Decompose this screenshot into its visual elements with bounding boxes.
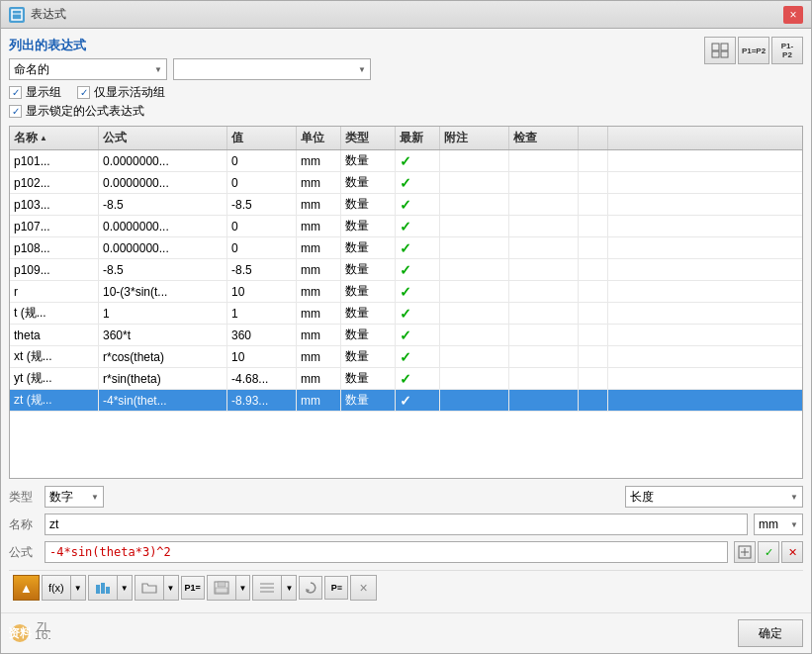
cell-formula: r*cos(theta)	[99, 346, 227, 367]
col-value: 值	[227, 127, 297, 149]
delete-btn[interactable]: ×	[350, 575, 376, 601]
cell-extra	[579, 259, 608, 280]
table-row[interactable]: yt (规... r*sin(theta) -4.68... mm 数量 ✓	[10, 368, 802, 390]
p1minus-btn[interactable]: P1-P2	[771, 37, 803, 64]
filter-dropdown[interactable]: ▼	[173, 58, 371, 80]
formula-edit-btn[interactable]	[734, 541, 756, 563]
cell-unit: mm	[297, 172, 341, 193]
cell-extra	[579, 346, 608, 367]
cell-latest: ✓	[396, 390, 440, 411]
formula-cancel-btn[interactable]: ✕	[781, 541, 803, 563]
section-title: 列出的表达式	[9, 37, 696, 54]
cell-note	[440, 281, 509, 302]
formula-input[interactable]	[45, 541, 728, 563]
folder-btn-arrow[interactable]: ▼	[164, 575, 179, 601]
type-dropdown[interactable]: 数字 ▼	[45, 486, 104, 508]
triangle-btn[interactable]: ▲	[13, 575, 40, 601]
cell-latest: ✓	[396, 150, 440, 171]
cell-unit: mm	[297, 303, 341, 324]
cell-note	[440, 390, 509, 411]
col-latest: 最新	[396, 127, 440, 149]
col-formula: 公式	[99, 127, 227, 149]
p-link-btn[interactable]: P≡	[324, 576, 348, 600]
table-row[interactable]: xt (规... r*cos(theta) 10 mm 数量 ✓	[10, 346, 802, 368]
filter-dropdown-arrow: ▼	[358, 65, 366, 74]
expression-table: 名称 ▲ 公式 值 单位 类型 最新 附注 检查 p101... 0.00000…	[9, 126, 803, 479]
col-unit: 单位	[297, 127, 341, 149]
p1e-btn[interactable]: P1=	[181, 576, 205, 600]
show-locked-checkbox[interactable]: ✓ 显示锁定的公式表达式	[9, 103, 144, 120]
cell-value: 0	[227, 237, 297, 258]
ok-button[interactable]: 确定	[738, 619, 803, 647]
bottom-fields: 类型 数字 ▼ 长度 ▼ 名称 mm ▼ 公式	[9, 485, 803, 564]
show-active-checkbox[interactable]: ✓ 仅显示活动组	[77, 84, 165, 101]
col-check: 检查	[509, 127, 579, 149]
table-row[interactable]: r 10-(3*sin(t... 10 mm 数量 ✓	[10, 281, 802, 303]
table-row[interactable]: p108... 0.0000000... 0 mm 数量 ✓	[10, 237, 802, 259]
table-row[interactable]: p101... 0.0000000... 0 mm 数量 ✓	[10, 150, 802, 172]
cell-extra	[579, 172, 608, 193]
p1p2-btn[interactable]: P1=P2	[738, 37, 769, 64]
length-dropdown[interactable]: 长度 ▼	[625, 486, 803, 508]
cell-formula: -8.5	[99, 194, 227, 215]
cell-type: 数量	[341, 390, 396, 411]
cell-name: zt (规...	[10, 390, 99, 411]
cell-name: p101...	[10, 150, 99, 171]
table-row[interactable]: p109... -8.5 -8.5 mm 数量 ✓	[10, 259, 802, 281]
table-row[interactable]: p103... -8.5 -8.5 mm 数量 ✓	[10, 194, 802, 216]
show-locked-label: 显示锁定的公式表达式	[26, 103, 144, 120]
cell-name: p103...	[10, 194, 99, 215]
category-dropdown[interactable]: 命名的 ▼	[9, 58, 167, 80]
folder-btn[interactable]	[135, 575, 164, 601]
titlebar-left: 表达式	[9, 6, 66, 23]
svg-rect-10	[101, 583, 105, 594]
chart-btn-arrow[interactable]: ▼	[118, 575, 133, 601]
grid-btn[interactable]	[704, 37, 736, 64]
list-btn[interactable]	[252, 575, 282, 601]
fx-btn-arrow[interactable]: ▼	[71, 575, 86, 601]
list-btn-arrow[interactable]: ▼	[282, 575, 297, 601]
unit-dropdown[interactable]: mm ▼	[754, 514, 803, 535]
cell-value: 360	[227, 325, 297, 345]
close-button[interactable]: ×	[783, 6, 803, 24]
type-label: 类型	[9, 489, 39, 506]
table-row[interactable]: t (规... 1 1 mm 数量 ✓	[10, 303, 802, 325]
table-row[interactable]: theta 360*t 360 mm 数量 ✓	[10, 325, 802, 346]
type-row: 类型 数字 ▼ 长度 ▼	[9, 485, 803, 509]
cell-value: 0	[227, 150, 297, 171]
chart-btn[interactable]	[88, 575, 118, 601]
svg-rect-13	[218, 582, 226, 587]
formula-row: 公式 ✓ ✕	[9, 540, 803, 564]
save-btn[interactable]	[207, 575, 236, 601]
cell-extra	[579, 237, 608, 258]
window-title: 表达式	[31, 6, 66, 23]
fx-btn[interactable]: f(x)	[42, 575, 71, 601]
cell-unit: mm	[297, 368, 341, 389]
footer: 资料 ZL.XS 1616.COM 确定	[1, 612, 811, 653]
cell-type: 数量	[341, 237, 396, 258]
type-dropdown-arrow: ▼	[91, 493, 99, 502]
cell-latest: ✓	[396, 303, 440, 324]
table-row[interactable]: p107... 0.0000000... 0 mm 数量 ✓	[10, 216, 802, 237]
show-groups-checkbox[interactable]: ✓ 显示组	[9, 84, 61, 101]
window-icon	[9, 7, 25, 23]
folder-btn-group: ▼	[135, 575, 179, 601]
top-buttons: P1=P2 P1-P2	[704, 37, 803, 64]
cell-formula: -4*sin(thet...	[99, 390, 227, 411]
cell-check	[509, 281, 579, 302]
save-btn-arrow[interactable]: ▼	[236, 575, 251, 601]
name-input[interactable]	[45, 514, 748, 535]
category-dropdown-value: 命名的	[14, 61, 49, 78]
cell-unit: mm	[297, 237, 341, 258]
refresh-btn[interactable]	[299, 576, 322, 600]
length-dropdown-arrow: ▼	[790, 493, 798, 502]
formula-confirm-btn[interactable]: ✓	[758, 541, 779, 563]
fx-btn-group: f(x) ▼	[42, 575, 86, 601]
cell-formula: 0.0000000...	[99, 172, 227, 193]
list-btn-group: ▼	[252, 575, 297, 601]
table-row[interactable]: zt (规... -4*sin(thet... -8.93... mm 数量 ✓	[10, 390, 802, 412]
cell-unit: mm	[297, 281, 341, 302]
cell-type: 数量	[341, 259, 396, 280]
table-row[interactable]: p102... 0.0000000... 0 mm 数量 ✓	[10, 172, 802, 194]
cell-extra	[579, 150, 608, 171]
